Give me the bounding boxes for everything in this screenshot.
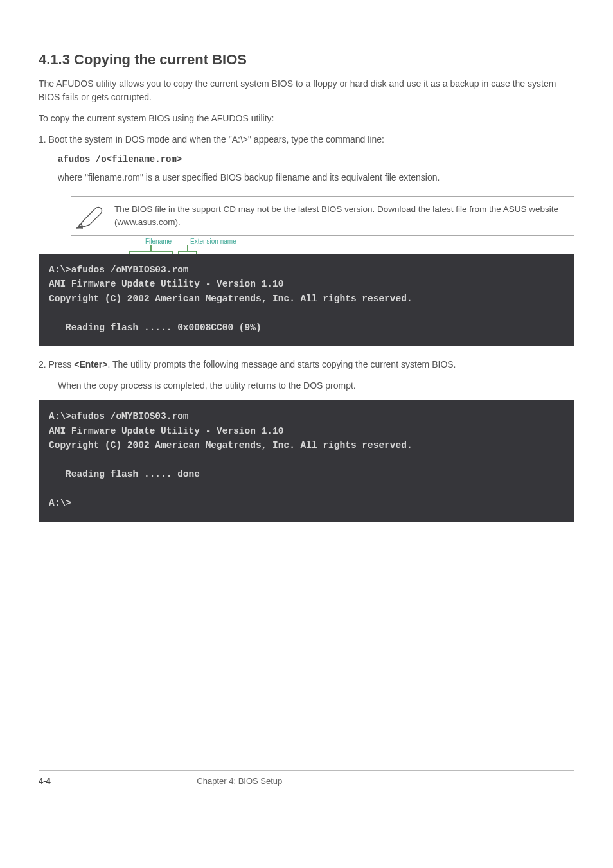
step-2: 2. Press <Enter>. The utility prompts th…: [39, 358, 574, 371]
term1-line1: A:\>afudos /oMYBIOS03.rom: [49, 263, 564, 277]
note-block: The BIOS file in the support CD may not …: [71, 196, 574, 236]
term2-line5: A:\>: [49, 496, 564, 510]
page-number: 4-4: [39, 776, 51, 786]
note-text: The BIOS file in the support CD may not …: [114, 203, 574, 228]
term1-line4: Reading flash ..... 0x0008CC00 (9%): [49, 321, 564, 335]
section-heading: 4.1.3 Copying the current BIOS: [39, 51, 574, 68]
step-1: 1. Boot the system in DOS mode and when …: [39, 133, 574, 146]
step-2-prefix: Press: [49, 359, 72, 369]
pen-note-icon: [71, 203, 114, 229]
bracket-label-filename: Filename: [145, 238, 172, 245]
completion-text: When the copy process is completed, the …: [58, 379, 574, 393]
terminal-output-2: A:\>afudos /oMYBIOS03.romAMI Firmware Up…: [39, 400, 574, 522]
command-line: afudos /o<filename.rom>: [58, 154, 574, 164]
where-clause: where "filename.rom" is a user specified…: [58, 171, 574, 184]
bracket-label-extension: Extension name: [190, 238, 236, 245]
intro-paragraph: The AFUDOS utility allows you to copy th…: [39, 77, 574, 104]
terminal-output-1: A:\>afudos /oMYBIOS03.romAMI Firmware Up…: [39, 254, 574, 346]
chapter-label: Chapter 4: BIOS Setup: [197, 776, 282, 786]
term2-line2: AMI Firmware Update Utility - Version 1.…: [49, 424, 564, 438]
term1-line3: Copyright (C) 2002 American Megatrends, …: [49, 292, 564, 306]
page-footer: 4-4 Chapter 4: BIOS Setup: [39, 770, 574, 786]
term1-line2: AMI Firmware Update Utility - Version 1.…: [49, 277, 564, 291]
steps-intro: To copy the current system BIOS using th…: [39, 112, 574, 125]
term2-line1: A:\>afudos /oMYBIOS03.rom: [49, 409, 564, 423]
enter-key: <Enter>: [74, 359, 107, 369]
step-1-text: Boot the system in DOS mode and when the…: [49, 134, 384, 145]
term2-line3: Copyright (C) 2002 American Megatrends, …: [49, 438, 564, 452]
step-2-suffix: . The utility prompts the following mess…: [107, 359, 456, 369]
term2-line4: Reading flash ..... done: [49, 467, 564, 481]
